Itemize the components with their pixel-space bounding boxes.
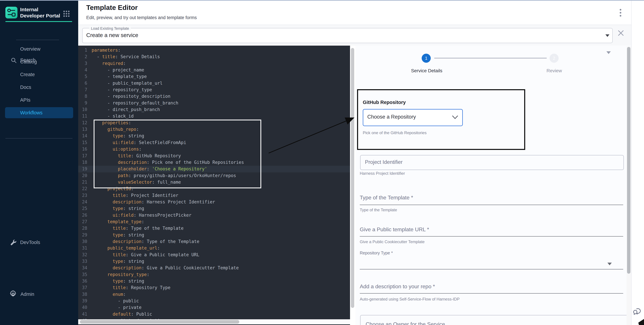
code-line[interactable]: 37 title: Repository Type xyxy=(78,285,350,291)
line-number: 17 xyxy=(80,153,87,159)
code-line[interactable]: 26 ui:field: HarnessProjectPicker xyxy=(78,212,350,219)
editor-vscroll-thumb[interactable] xyxy=(351,48,354,308)
code-line[interactable]: 29 type: string xyxy=(78,232,350,238)
line-number: 2 xyxy=(80,53,87,60)
code-line[interactable]: 6 - public_template_url xyxy=(78,80,350,86)
github-repository-select[interactable]: Choose a Repository xyxy=(363,109,463,126)
code-line[interactable]: 21 valueSelector: full_name xyxy=(78,179,350,185)
sidebar-item-help[interactable]: ? Help xyxy=(0,290,78,303)
line-number: 25 xyxy=(80,205,87,212)
code-line[interactable]: 32 title: Give a Public template URL xyxy=(78,252,350,258)
stepper-step2-circle[interactable]: 2 xyxy=(550,54,558,63)
code-line[interactable]: 5 - template_type xyxy=(78,73,350,80)
sidebar-item-label: Workflows xyxy=(20,110,42,116)
owner-select[interactable]: Choose an Owner for the Service xyxy=(360,315,630,325)
panel-vscroll-thumb[interactable] xyxy=(627,47,630,274)
code-line[interactable]: 18 description: Pick one of the GitHub R… xyxy=(78,159,350,166)
line-number: 20 xyxy=(80,172,87,179)
sidebar-item-search[interactable]: Search xyxy=(0,27,78,40)
code-line[interactable]: 39 - public xyxy=(78,298,350,304)
code-line[interactable]: 38 enum: xyxy=(78,291,350,298)
code-line[interactable]: 30 description: Type of the Template xyxy=(78,238,350,245)
load-template-value: Create a new service xyxy=(86,32,138,38)
project-identifier-select[interactable]: Project Identifier xyxy=(360,155,624,170)
code-line[interactable]: 35 repository_type: xyxy=(78,271,350,278)
repo-description-field[interactable]: Add a description to your repo * xyxy=(360,284,435,290)
editor-bottom-strip xyxy=(78,324,350,325)
sidebar-item-apis[interactable]: APIs xyxy=(0,94,78,106)
kebab-menu-icon[interactable] xyxy=(620,9,622,18)
public-template-url-underline xyxy=(360,236,623,237)
code-line[interactable]: 20 path: proxy/github-api/users/OrkoHunt… xyxy=(78,172,350,179)
sidebar: Internal Developer Portal Search Overvi xyxy=(0,1,78,325)
sidebar-item-devtools[interactable]: DevTools xyxy=(0,118,78,131)
code-line[interactable]: 7 - repository_type xyxy=(78,86,350,93)
code-line[interactable]: 11 - slack_id xyxy=(78,113,350,119)
dropdown-arrow-icon[interactable] xyxy=(606,51,611,54)
owner-select-placeholder: Choose an Owner for the Service xyxy=(366,321,445,325)
code-line[interactable]: 3 required: xyxy=(78,60,350,67)
close-icon[interactable] xyxy=(617,29,624,37)
code-line[interactable]: 14 type: string xyxy=(78,133,350,139)
code-line[interactable]: 12 properties: xyxy=(78,120,350,126)
code-line[interactable]: 36 type: string xyxy=(78,278,350,285)
code-line[interactable]: 2 - title: Service Details xyxy=(78,53,350,60)
apps-grid-icon[interactable] xyxy=(63,10,70,18)
editor-hscroll-thumb[interactable] xyxy=(80,320,239,324)
code-line[interactable]: 27 template_type: xyxy=(78,219,350,225)
project-identifier-helper: Harness Project Identifier xyxy=(360,171,405,176)
page-header: Template Editor Edit, preview, and try o… xyxy=(78,1,631,25)
sidebar-item-overview[interactable]: Overview xyxy=(0,43,78,55)
github-repository-annotation-box: GitHub Repository Choose a Repository Pi… xyxy=(357,89,525,150)
code-line[interactable]: 19 placeholder: 'Choose a Repository' xyxy=(78,166,350,172)
code-line[interactable]: 33 type: string xyxy=(78,258,350,265)
sidebar-item-catalog[interactable]: Catalog xyxy=(0,55,78,68)
sidebar-user[interactable]: HM Himanshu Mishra xyxy=(0,309,78,321)
code-line[interactable]: 16 ui:options: xyxy=(78,146,350,152)
code-line[interactable]: 25 type: string xyxy=(78,205,350,212)
code-line[interactable]: 22 projectId: xyxy=(78,185,350,192)
load-template-select[interactable]: Load Existing Template Create a new serv… xyxy=(82,28,612,43)
chevron-down-icon[interactable] xyxy=(606,34,610,37)
code-line[interactable]: 17 title: GitHub Repository xyxy=(78,153,350,159)
line-number: 1 xyxy=(80,47,87,53)
stepper-step1-circle[interactable]: 1 xyxy=(422,54,431,63)
editor-vertical-scrollbar[interactable] xyxy=(350,46,356,325)
sidebar-item-label: Overview xyxy=(20,46,40,52)
code-line[interactable]: 40 - private xyxy=(78,304,350,311)
code-line[interactable]: 8 - repositoty_description xyxy=(78,93,350,100)
line-number: 12 xyxy=(80,120,87,126)
editor-horizontal-scrollbar[interactable] xyxy=(78,319,350,324)
code-line[interactable]: 15 ui:field: SelectFieldFromApi xyxy=(78,139,350,146)
code-line[interactable]: 41 default: Public xyxy=(78,311,350,318)
code-line[interactable]: 34 description: Give a Public Cookiecutt… xyxy=(78,265,350,271)
line-number: 40 xyxy=(80,304,87,311)
panel-vertical-scrollbar[interactable] xyxy=(626,46,631,325)
dropdown-arrow-icon[interactable] xyxy=(608,263,612,265)
public-template-url-field[interactable]: Give a Public template URL * xyxy=(360,226,429,233)
chat-bubbles-icon[interactable] xyxy=(633,307,643,317)
load-template-label: Load Existing Template xyxy=(89,26,131,31)
code-line[interactable]: 24 description: Harness Project Identifi… xyxy=(78,199,350,205)
code-line[interactable]: 23 title: Project Identifier xyxy=(78,192,350,199)
app-logo[interactable] xyxy=(5,7,18,18)
sidebar-item-admin[interactable]: Admin xyxy=(0,144,78,157)
code-line[interactable]: 28 title: Type of the Template xyxy=(78,225,350,232)
yaml-code-editor[interactable]: 1parameters:2 - title: Service Details3 … xyxy=(78,46,350,325)
sidebar-item-workflows[interactable]: Workflows xyxy=(0,106,78,119)
code-line[interactable]: 13 github_repo: xyxy=(78,126,350,133)
code-line[interactable]: 4 - project_name xyxy=(78,67,350,73)
code-line[interactable]: 10 - direct_push_branch xyxy=(78,106,350,113)
code-line[interactable]: 1parameters: xyxy=(78,47,350,53)
code-line[interactable]: 31 public_template_url: xyxy=(78,245,350,251)
github-repository-helper: Pick one of the GitHub Repositories xyxy=(363,130,426,135)
repository-type-underline[interactable] xyxy=(360,269,623,270)
sidebar-item-create[interactable]: Create xyxy=(0,68,78,81)
code-line[interactable]: 9 - repository_default_branch xyxy=(78,100,350,106)
line-number: 14 xyxy=(80,133,87,139)
sidebar-item-docs[interactable]: Docs xyxy=(0,81,78,94)
sidebar-item-label: Catalog xyxy=(20,59,37,64)
template-type-field[interactable]: Type of the Template * xyxy=(360,195,413,201)
line-number: 35 xyxy=(80,271,87,278)
line-number: 24 xyxy=(80,199,87,205)
